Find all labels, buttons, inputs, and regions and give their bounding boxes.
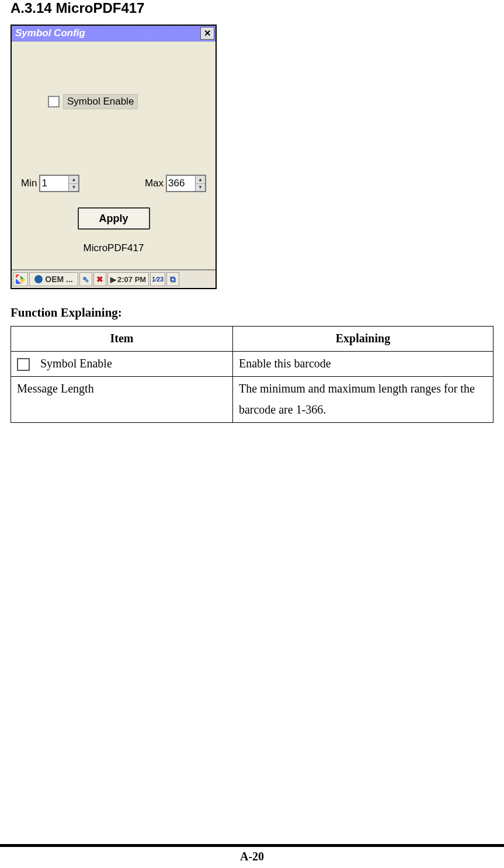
header-explaining: Explaining [232, 327, 493, 352]
max-label: Max [145, 178, 164, 189]
cell-item-text: Message Length [17, 382, 94, 395]
symbology-name-label: MicroPDF417 [12, 242, 215, 254]
clock-time: 2:07 PM [117, 275, 146, 284]
min-group: Min ▲ ▼ [21, 175, 79, 192]
taskbar-app-label: OEM ... [45, 275, 72, 284]
cell-item-text: Symbol Enable [40, 357, 112, 370]
max-spinner-arrows[interactable]: ▲ ▼ [195, 176, 205, 191]
chevron-down-icon[interactable]: ▼ [69, 184, 78, 192]
min-input[interactable] [40, 176, 68, 191]
disconnect-icon: ✖ [96, 275, 103, 284]
chevron-up-icon[interactable]: ▲ [69, 176, 78, 184]
screenshot-window: Symbol Config ✕ Symbol Enable Min ▲ ▼ [11, 25, 217, 289]
desktop-icon: ⧉ [170, 275, 176, 284]
min-spinner[interactable]: ▲ ▼ [39, 175, 79, 192]
window-titlebar: Symbol Config ✕ [12, 26, 215, 41]
close-button[interactable]: ✕ [200, 27, 214, 40]
network-icon: ⇖ [82, 275, 89, 284]
max-group: Max ▲ ▼ [145, 175, 206, 192]
symbol-enable-label: Symbol Enable [63, 94, 138, 109]
page-number: A-20 [0, 850, 504, 863]
window-title: Symbol Config [15, 27, 85, 39]
function-explaining-heading: Function Explaining: [11, 305, 493, 320]
table-header-row: Item Explaining [11, 327, 493, 352]
function-table: Item Explaining Symbol Enable Enable thi… [11, 326, 493, 423]
checkbox-icon [17, 358, 30, 371]
windows-flag-icon [16, 275, 25, 284]
chevron-down-icon[interactable]: ▼ [196, 184, 205, 192]
clock-arrow-icon: ▶ [110, 275, 116, 284]
min-label: Min [21, 178, 37, 189]
tray-desktop[interactable]: ⧉ [166, 272, 179, 286]
apply-button[interactable]: Apply [78, 207, 150, 230]
header-item: Item [11, 327, 233, 352]
table-row: Symbol Enable Enable this barcode [11, 352, 493, 377]
taskbar-app-button[interactable]: OEM ... [29, 272, 78, 286]
close-icon: ✕ [204, 28, 211, 39]
cell-item: Symbol Enable [11, 352, 233, 377]
cell-explaining: Enable this barcode [232, 352, 493, 377]
tray-keyboard[interactable]: 1⁄23 [150, 272, 165, 286]
table-row: Message Length The minimum and maximum l… [11, 377, 493, 423]
taskbar-clock[interactable]: ▶ 2:07 PM [107, 272, 149, 286]
min-max-row: Min ▲ ▼ Max ▲ ▼ [21, 175, 206, 192]
chevron-up-icon[interactable]: ▲ [196, 176, 205, 184]
app-icon [34, 275, 43, 283]
page-footer-rule [0, 844, 504, 847]
max-input[interactable] [167, 176, 195, 191]
max-spinner[interactable]: ▲ ▼ [166, 175, 206, 192]
tray-icon-2[interactable]: ✖ [93, 272, 106, 286]
keyboard-icon: 1⁄23 [152, 276, 164, 283]
window-client-area: Symbol Enable Min ▲ ▼ Max ▲ [12, 41, 215, 269]
symbol-enable-checkbox[interactable] [48, 96, 60, 107]
start-button[interactable] [13, 272, 28, 286]
section-title: A.3.14 MicroPDF417 [11, 0, 493, 16]
cell-item: Message Length [11, 377, 233, 423]
symbol-enable-row[interactable]: Symbol Enable [48, 94, 138, 109]
cell-explaining: The minimum and maximum length ranges fo… [232, 377, 493, 423]
taskbar: OEM ... ⇖ ✖ ▶ 2:07 PM 1⁄23 ⧉ [12, 269, 215, 288]
tray-icon-1[interactable]: ⇖ [79, 272, 92, 286]
min-spinner-arrows[interactable]: ▲ ▼ [68, 176, 78, 191]
